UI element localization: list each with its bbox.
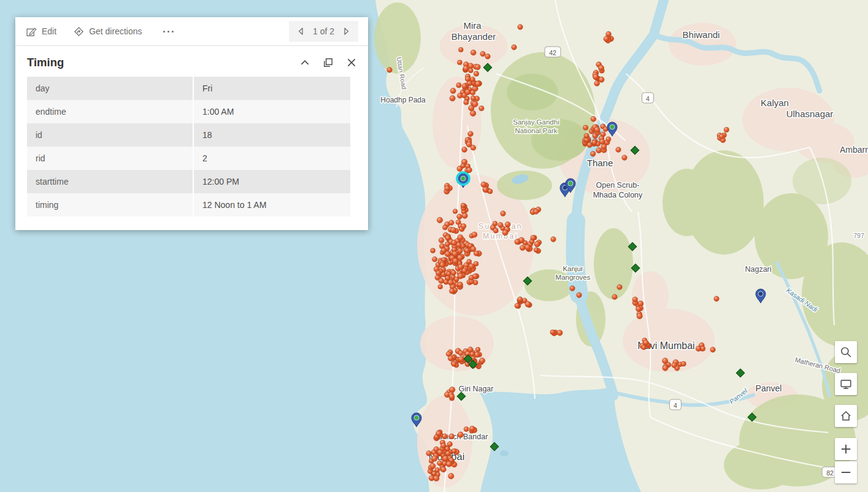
orange-point-marker[interactable] xyxy=(606,137,611,142)
orange-point-marker[interactable] xyxy=(710,347,715,352)
orange-point-marker[interactable] xyxy=(462,83,467,88)
next-feature-button[interactable] xyxy=(341,25,352,37)
orange-point-marker[interactable] xyxy=(458,248,463,253)
orange-point-marker[interactable] xyxy=(432,471,437,476)
screen-button[interactable] xyxy=(835,373,857,395)
orange-point-marker[interactable] xyxy=(520,245,525,251)
orange-point-marker[interactable] xyxy=(534,241,540,247)
orange-point-marker[interactable] xyxy=(515,303,520,308)
orange-point-marker[interactable] xyxy=(534,209,539,214)
orange-point-marker[interactable] xyxy=(604,36,609,42)
get-directions-button[interactable]: Get directions xyxy=(74,26,142,37)
orange-point-marker[interactable] xyxy=(450,88,456,94)
orange-point-marker[interactable] xyxy=(550,330,555,335)
orange-point-marker[interactable] xyxy=(445,251,450,256)
orange-point-marker[interactable] xyxy=(485,54,490,59)
orange-point-marker[interactable] xyxy=(632,297,637,302)
orange-point-marker[interactable] xyxy=(448,356,453,361)
orange-point-marker[interactable] xyxy=(438,285,443,290)
orange-point-marker[interactable] xyxy=(636,306,642,312)
orange-point-marker[interactable] xyxy=(525,301,531,307)
orange-point-marker[interactable] xyxy=(470,426,475,431)
orange-point-marker[interactable] xyxy=(439,237,444,243)
orange-point-marker[interactable] xyxy=(432,456,437,461)
orange-point-marker[interactable] xyxy=(493,228,498,233)
orange-point-marker[interactable] xyxy=(599,139,605,145)
orange-point-marker[interactable] xyxy=(593,74,598,80)
orange-point-marker[interactable] xyxy=(464,248,469,253)
orange-point-marker[interactable] xyxy=(590,151,595,156)
orange-point-marker[interactable] xyxy=(512,45,517,50)
orange-point-marker[interactable] xyxy=(450,387,455,393)
orange-point-marker[interactable] xyxy=(467,259,472,264)
orange-point-marker[interactable] xyxy=(672,363,677,367)
orange-point-marker[interactable] xyxy=(436,431,442,436)
orange-point-marker[interactable] xyxy=(470,50,476,55)
search-button[interactable] xyxy=(835,341,857,363)
orange-point-marker[interactable] xyxy=(432,256,437,261)
dock-button[interactable] xyxy=(323,57,334,68)
orange-point-marker[interactable] xyxy=(387,67,392,72)
orange-point-marker[interactable] xyxy=(458,273,463,279)
orange-point-marker[interactable] xyxy=(453,209,458,214)
orange-point-marker[interactable] xyxy=(594,127,600,133)
orange-point-marker[interactable] xyxy=(531,235,536,240)
orange-point-marker[interactable] xyxy=(681,361,686,366)
orange-point-marker[interactable] xyxy=(450,96,455,101)
orange-point-marker[interactable] xyxy=(696,346,701,352)
orange-point-marker[interactable] xyxy=(445,186,450,191)
orange-point-marker[interactable] xyxy=(465,76,470,82)
orange-point-marker[interactable] xyxy=(577,293,582,298)
orange-point-marker[interactable] xyxy=(445,447,450,452)
orange-point-marker[interactable] xyxy=(466,142,472,147)
orange-point-marker[interactable] xyxy=(502,230,508,236)
orange-point-marker[interactable] xyxy=(451,448,456,453)
home-button[interactable] xyxy=(835,405,857,427)
orange-point-marker[interactable] xyxy=(458,47,463,52)
orange-point-marker[interactable] xyxy=(480,52,485,56)
orange-point-marker[interactable] xyxy=(598,65,604,71)
orange-point-marker[interactable] xyxy=(518,297,523,302)
orange-point-marker[interactable] xyxy=(470,352,475,356)
orange-point-marker[interactable] xyxy=(464,100,469,105)
close-button[interactable] xyxy=(346,57,357,68)
orange-point-marker[interactable] xyxy=(448,473,454,479)
orange-point-marker[interactable] xyxy=(637,313,642,319)
orange-point-marker[interactable] xyxy=(461,203,466,208)
orange-point-marker[interactable] xyxy=(515,239,520,245)
orange-point-marker[interactable] xyxy=(472,232,477,237)
orange-point-marker[interactable] xyxy=(475,81,481,86)
orange-point-marker[interactable] xyxy=(468,63,474,69)
orange-point-marker[interactable] xyxy=(442,434,448,439)
orange-point-marker[interactable] xyxy=(483,186,488,192)
orange-point-marker[interactable] xyxy=(470,90,475,95)
orange-point-marker[interactable] xyxy=(584,133,589,138)
orange-point-marker[interactable] xyxy=(599,77,604,82)
orange-point-marker[interactable] xyxy=(601,144,607,150)
collapse-button[interactable] xyxy=(299,57,310,68)
orange-point-marker[interactable] xyxy=(458,60,463,65)
orange-point-marker[interactable] xyxy=(442,456,448,461)
orange-point-marker[interactable] xyxy=(458,356,464,362)
orange-point-marker[interactable] xyxy=(426,451,432,456)
orange-point-marker[interactable] xyxy=(447,272,451,277)
orange-point-marker[interactable] xyxy=(457,214,463,220)
orange-point-marker[interactable] xyxy=(449,394,455,399)
orange-point-marker[interactable] xyxy=(480,358,485,363)
orange-point-marker[interactable] xyxy=(493,221,497,226)
orange-point-marker[interactable] xyxy=(451,240,457,245)
orange-point-marker[interactable] xyxy=(470,247,476,252)
orange-point-marker[interactable] xyxy=(437,217,442,223)
orange-point-marker[interactable] xyxy=(617,285,622,290)
orange-point-marker[interactable] xyxy=(472,101,478,107)
edit-button[interactable]: Edit xyxy=(26,26,56,37)
orange-point-marker[interactable] xyxy=(437,461,442,466)
orange-point-marker[interactable] xyxy=(616,147,621,152)
orange-point-marker[interactable] xyxy=(643,340,648,345)
orange-point-marker[interactable] xyxy=(451,271,456,275)
orange-point-marker[interactable] xyxy=(622,155,627,160)
orange-point-marker[interactable] xyxy=(642,345,647,350)
orange-point-marker[interactable] xyxy=(592,140,597,145)
orange-point-marker[interactable] xyxy=(461,224,466,229)
orange-point-marker[interactable] xyxy=(456,83,461,88)
